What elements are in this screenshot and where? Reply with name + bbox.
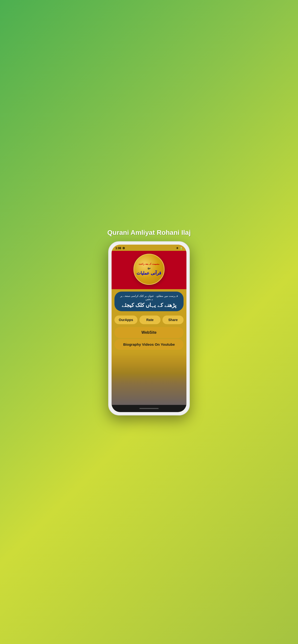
- phone-frame: 1:08 مصیبت کے بعد راحت مع قرآنی عملیات ف…: [108, 241, 190, 416]
- airplane-icon: [176, 246, 179, 250]
- website-button[interactable]: WebSite: [114, 327, 184, 338]
- battery-icon: [180, 246, 183, 250]
- logo-urdu-main: قرآنی عملیات: [136, 270, 161, 276]
- gear-icon: [122, 246, 125, 250]
- banner-subtitle: فہرست میں مطلوبہ عنوان پر کلک کراسی صفحے…: [118, 294, 180, 301]
- our-apps-button[interactable]: OurApps: [114, 316, 137, 324]
- banner-main-text: پڑھنے کے یہاں کلک کیجئے: [118, 302, 180, 308]
- status-bar: 1:08: [112, 244, 186, 251]
- content-area: [112, 352, 186, 405]
- click-banner[interactable]: فہرست میں مطلوبہ عنوان پر کلک کراسی صفحے…: [114, 292, 184, 311]
- home-indicator: [112, 405, 186, 412]
- home-bar: [139, 408, 159, 409]
- action-buttons-row: OurApps Rate Share: [112, 314, 186, 326]
- rate-button[interactable]: Rate: [139, 316, 161, 324]
- phone-inner: 1:08 مصیبت کے بعد راحت مع قرآنی عملیات ف…: [112, 244, 186, 412]
- page-title: Qurani Amliyat Rohani Ilaj: [107, 229, 191, 236]
- logo-urdu-mid: مع: [147, 266, 151, 270]
- logo-urdu-top: مصیبت کے بعد راحت: [139, 262, 159, 265]
- youtube-button[interactable]: Biography Videos On Youtube: [114, 339, 184, 350]
- app-logo: مصیبت کے بعد راحت مع قرآنی عملیات: [133, 254, 165, 285]
- status-right: [176, 246, 183, 250]
- time-display: 1:08: [115, 246, 121, 250]
- share-button[interactable]: Share: [163, 316, 184, 324]
- app-header: مصیبت کے بعد راحت مع قرآنی عملیات: [112, 251, 186, 289]
- status-left: 1:08: [115, 246, 125, 250]
